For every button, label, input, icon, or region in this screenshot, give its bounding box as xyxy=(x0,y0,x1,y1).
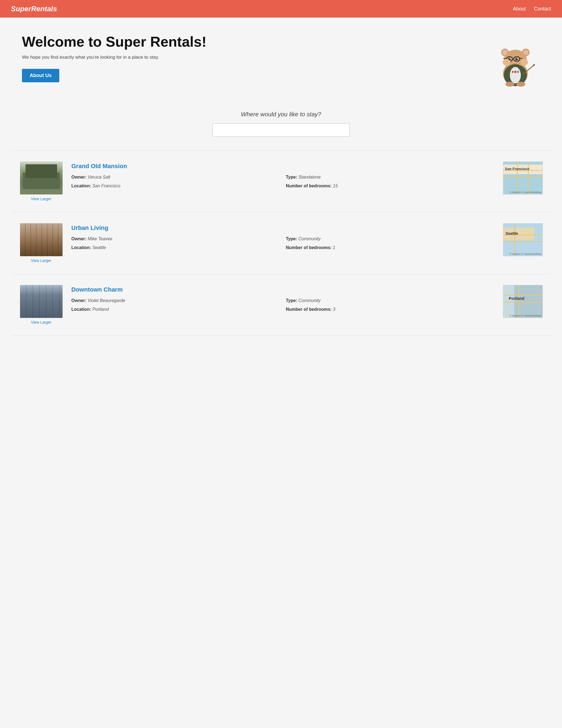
hero-subtitle: We hope you find exactly what you're loo… xyxy=(22,55,480,60)
svg-point-21 xyxy=(510,67,521,83)
about-us-button[interactable]: About Us xyxy=(22,69,59,82)
mascot-image xyxy=(491,34,540,89)
svg-point-28 xyxy=(533,64,535,66)
svg-point-19 xyxy=(523,50,528,55)
svg-point-29 xyxy=(506,82,514,87)
rental-bedrooms: Number of bedrooms: 1 xyxy=(286,245,495,250)
rental-info: Urban Living Owner: Mike Teavee Type: Co… xyxy=(71,223,495,250)
hero-section: Welcome to Super Rentals! We hope you fi… xyxy=(0,18,562,100)
view-larger-link[interactable]: View Larger xyxy=(31,258,51,263)
nav-brand[interactable]: SuperRentals xyxy=(11,5,57,13)
svg-point-25 xyxy=(503,59,510,66)
search-input[interactable] xyxy=(212,123,350,137)
nav-link-contact[interactable]: Contact xyxy=(534,6,551,12)
rental-owner: Owner: Mike Teavee xyxy=(71,236,280,241)
map-attribution: © Mapbox © OpenStreetMap xyxy=(510,253,541,255)
rental-info: Grand Old Mansion Owner: Veruca Salt Typ… xyxy=(71,162,495,188)
nav-links: About Contact xyxy=(513,6,551,12)
nav-link-about[interactable]: About xyxy=(513,6,526,12)
rental-map: © Mapbox © OpenStreetMap xyxy=(503,162,543,194)
map-attribution: © Mapbox © OpenStreetMap xyxy=(510,314,541,317)
svg-point-13 xyxy=(516,63,517,64)
rental-title: Urban Living xyxy=(71,224,495,232)
svg-point-26 xyxy=(520,59,528,66)
search-section: Where would you like to stay? xyxy=(0,100,562,142)
rental-map-column: © Mapbox © OpenStreetMap xyxy=(503,162,543,194)
svg-point-24 xyxy=(514,71,516,73)
page-title: Welcome to Super Rentals! xyxy=(22,34,480,50)
rental-type: Type: Community xyxy=(286,298,495,303)
hamster-icon xyxy=(493,35,537,88)
svg-point-12 xyxy=(514,63,515,64)
rental-details: Owner: Mike Teavee Type: Community Locat… xyxy=(71,236,495,250)
svg-point-10 xyxy=(517,58,518,59)
search-prompt: Where would you like to stay? xyxy=(22,111,540,118)
svg-point-17 xyxy=(502,50,507,55)
rental-map-column: © Mapbox © OpenStreetMap xyxy=(503,285,543,318)
rental-image-column: View Larger xyxy=(19,162,63,201)
rental-map: © Mapbox © OpenStreetMap xyxy=(503,285,543,318)
svg-point-8 xyxy=(515,58,518,60)
rental-type: Type: Standalone xyxy=(286,175,495,180)
view-larger-link[interactable]: View Larger xyxy=(31,320,51,325)
rental-bedrooms: Number of bedrooms: 3 xyxy=(286,307,495,312)
navbar: SuperRentals About Contact xyxy=(0,0,562,18)
rental-listings: View Larger Grand Old Mansion Owner: Ver… xyxy=(0,142,562,352)
rental-map-column: © Mapbox © OpenStreetMap xyxy=(503,223,543,256)
view-larger-link[interactable]: View Larger xyxy=(31,197,51,201)
rental-card: View Larger Urban Living Owner: Mike Tea… xyxy=(11,212,551,274)
rental-image xyxy=(20,285,63,318)
rental-type: Type: Community xyxy=(286,236,495,241)
rental-info: Downtown Charm Owner: Violet Beauregarde… xyxy=(71,285,495,312)
rental-location: Location: Seattle xyxy=(71,245,280,250)
rental-details: Owner: Violet Beauregarde Type: Communit… xyxy=(71,298,495,312)
rental-title: Grand Old Mansion xyxy=(71,163,495,170)
rental-details: Owner: Veruca Salt Type: Standalone Loca… xyxy=(71,175,495,188)
map-attribution: © Mapbox © OpenStreetMap xyxy=(510,191,541,194)
rental-image-column: View Larger xyxy=(19,285,63,325)
rental-bedrooms: Number of bedrooms: 15 xyxy=(286,184,495,188)
rental-image xyxy=(20,223,63,256)
hero-text: Welcome to Super Rentals! We hope you fi… xyxy=(22,34,480,82)
rental-location: Location: San Francisco xyxy=(71,184,280,188)
svg-point-9 xyxy=(510,58,511,59)
svg-point-30 xyxy=(516,82,525,87)
rental-title: Downtown Charm xyxy=(71,286,495,293)
rental-location: Location: Portland xyxy=(71,307,280,312)
rental-image-column: View Larger xyxy=(19,223,63,263)
rental-owner: Owner: Violet Beauregarde xyxy=(71,298,280,303)
rental-card: View Larger Downtown Charm Owner: Violet… xyxy=(11,274,551,336)
rental-image xyxy=(20,162,63,194)
rental-card: View Larger Grand Old Mansion Owner: Ver… xyxy=(11,150,551,212)
rental-map: © Mapbox © OpenStreetMap xyxy=(503,223,543,256)
rental-owner: Owner: Veruca Salt xyxy=(71,175,280,180)
